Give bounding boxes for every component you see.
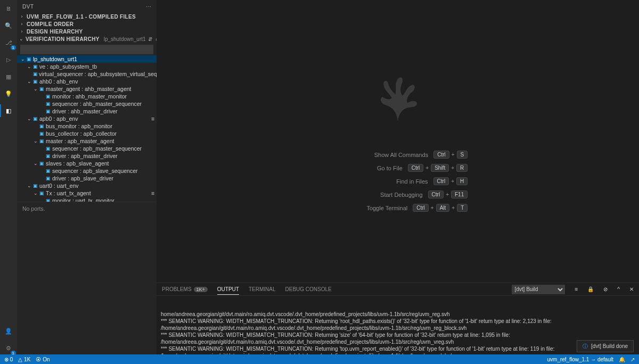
- tree-row[interactable]: ⌄▣lp_shutdown_urt1: [17, 55, 157, 63]
- shortcuts-list: Show All CommandsCtrl+SGo to FileCtrl+Sh…: [328, 151, 468, 212]
- tree-row[interactable]: ▣driver : ahb_master_driver: [17, 107, 157, 115]
- tab-output[interactable]: OUTPUT: [217, 284, 239, 295]
- tree-row[interactable]: ▣sequencer : apb_master_sequencer: [17, 145, 157, 152]
- popout-icon[interactable]: ↗: [630, 357, 635, 362]
- debug-icon[interactable]: ▷: [2, 53, 15, 66]
- tree-row[interactable]: ▣driver : apb_master_driver: [17, 152, 157, 160]
- tree-search-input[interactable]: [20, 45, 153, 54]
- clear-icon[interactable]: ⊘: [603, 286, 608, 292]
- shortcut-row: Go to FileCtrl+Shift+R: [328, 164, 468, 172]
- lock-icon[interactable]: 🔒: [587, 286, 594, 292]
- filter-icon[interactable]: ≡: [575, 286, 578, 292]
- verification-tree: ⌄▣lp_shutdown_urt1⌄▣ve : apb_subsystem_t…: [17, 55, 157, 202]
- bulb-icon[interactable]: 💡: [2, 87, 15, 100]
- tree-row[interactable]: ⌄▣master : apb_master_agent: [17, 137, 157, 145]
- account-icon[interactable]: 👤: [2, 325, 15, 337]
- shortcut-row: Show All CommandsCtrl+S: [328, 151, 468, 159]
- chevron-up-icon[interactable]: ^: [617, 286, 620, 292]
- bell-icon[interactable]: 🔔: [619, 357, 625, 362]
- tree-row[interactable]: ⌄▣master_agent : ahb_master_agent: [17, 85, 157, 93]
- section-hierarchy[interactable]: ›DESIGN HIERARCHY: [17, 28, 157, 35]
- tree-row[interactable]: ⌄▣uart0 : uart_env: [17, 182, 157, 189]
- extensions-icon[interactable]: ▦: [2, 70, 15, 83]
- section-verif[interactable]: ⌄VERIFICATION HIERARCHY lp_shutdown_urt1…: [17, 35, 157, 43]
- tree-row[interactable]: ▣driver : apb_slave_driver: [17, 175, 157, 182]
- gear-icon[interactable]: ⚙1: [2, 342, 15, 354]
- search-icon[interactable]: 🔍: [2, 19, 15, 32]
- tree-row[interactable]: ▣bus_collector : apb_collector: [17, 130, 157, 137]
- sidebar-title-text: DVT: [22, 4, 34, 10]
- tree-row[interactable]: ▣bus_monitor : apb_monitor: [17, 122, 157, 130]
- tree-row[interactable]: ⌄▣apb0 : apb_env≡: [17, 115, 157, 122]
- section-order[interactable]: ›COMPILE ORDER: [17, 20, 157, 28]
- tree-row[interactable]: ▣virtual_sequencer : apb_subsystem_virtu…: [17, 70, 157, 78]
- tree-row[interactable]: ▣sequencer : apb_slave_sequencer: [17, 167, 157, 175]
- source-control-icon[interactable]: ⎇1: [2, 36, 15, 49]
- bottom-panel: PROBLEMS1K+ OUTPUT TERMINAL DEBUG CONSOL…: [157, 283, 639, 354]
- status-on[interactable]: ⦿ On: [36, 357, 50, 362]
- section-compiled[interactable]: ›UVM_REF_FLOW_1.1 - COMPILED FILES: [17, 13, 157, 20]
- status-project[interactable]: uvm_ref_flow_1.1 → default: [547, 357, 613, 362]
- more-icon[interactable]: ⋯: [146, 4, 152, 10]
- output-body[interactable]: home/andreea.georgian/git/dvt.main/ro.am…: [157, 296, 639, 354]
- sidebar: DVT ⋯ ›UVM_REF_FLOW_1.1 - COMPILED FILES…: [17, 0, 157, 354]
- status-warnings[interactable]: △ 1K: [18, 357, 30, 362]
- tree-row[interactable]: ▣sequencer : ahb_master_sequencer: [17, 100, 157, 107]
- tab-terminal[interactable]: TERMINAL: [249, 284, 276, 294]
- shortcut-row: Start DebuggingCtrl+F11: [328, 191, 468, 198]
- output-channel-select[interactable]: [dvt] Build: [512, 285, 565, 294]
- tree-row[interactable]: ▣monitor : uart_tx_monitor: [17, 197, 157, 202]
- coral-logo-icon: [366, 71, 430, 124]
- close-icon[interactable]: ✕: [629, 286, 634, 292]
- status-bar: ⊗ 0 △ 1K ⦿ On uvm_ref_flow_1.1 → default…: [0, 354, 639, 364]
- tree-row[interactable]: ▣monitor : ahb_master_monitor: [17, 93, 157, 100]
- editor-empty: Show All CommandsCtrl+SGo to FileCtrl+Sh…: [157, 0, 639, 283]
- tree-row[interactable]: ⌄▣Tx : uart_tx_agent≡: [17, 189, 157, 197]
- tab-debug[interactable]: DEBUG CONSOLE: [285, 284, 332, 294]
- ports-panel: No ports.: [17, 202, 157, 355]
- tab-problems[interactable]: PROBLEMS1K+: [162, 284, 208, 294]
- activity-bar: 🗎 🔍 ⎇1 ▷ ▦ 💡 ◧ 👤 ⚙1: [0, 0, 17, 354]
- build-toast[interactable]: ⓘ[dvt] Build done: [577, 340, 634, 352]
- explorer-icon[interactable]: 🗎: [2, 2, 15, 15]
- tree-row[interactable]: ⌄▣ve : apb_subsystem_tb: [17, 63, 157, 70]
- hierarchy-action-icon[interactable]: ⇵: [148, 36, 152, 42]
- dvt-icon[interactable]: ◧: [2, 104, 15, 117]
- info-icon: ⓘ: [583, 343, 588, 350]
- status-errors[interactable]: ⊗ 0: [4, 357, 13, 362]
- tree-row[interactable]: ⌄▣slaves : apb_slave_agent: [17, 160, 157, 167]
- shortcut-row: Find in FilesCtrl+H: [328, 177, 468, 185]
- shortcut-row: Toggle TerminalCtrl+Alt+T: [328, 204, 468, 212]
- tree-row[interactable]: ⌄▣ahb0 : ahb_env: [17, 78, 157, 85]
- sidebar-title: DVT ⋯: [17, 0, 157, 13]
